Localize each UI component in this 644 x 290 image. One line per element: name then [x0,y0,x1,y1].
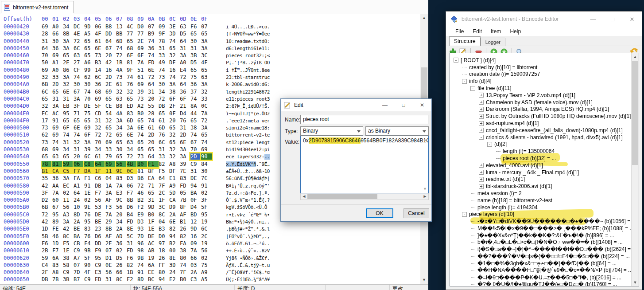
hex-byte-cell[interactable]: DD [95,240,105,247]
hex-byte-cell[interactable]: 6F [180,96,190,102]
hex-byte-cell[interactable]: A3 [63,212,74,218]
hex-byte-cell[interactable]: 39 [84,146,95,153]
hex-file-tab[interactable]: bittorrent-v2-test.torrent [1,1,74,13]
hex-byte-cell[interactable]: 3C [201,52,212,59]
hex-byte-cell[interactable]: 38 [190,125,201,131]
hex-byte-cell[interactable]: 96 [137,240,148,247]
ascii-char-cell[interactable]: a [256,118,259,124]
expand-icon[interactable]: + [479,170,484,175]
hex-byte-cell[interactable]: 9F [127,67,137,73]
hex-byte-cell[interactable]: 44 [190,110,201,117]
hex-byte-cell[interactable]: B0 [137,161,148,167]
hex-byte-cell[interactable]: 63 [127,139,137,145]
hex-byte-cell[interactable]: 65 [148,190,159,196]
hex-byte-cell[interactable]: BA [190,190,201,196]
ascii-char-cell[interactable]: , [267,234,270,239]
hex-byte-cell[interactable]: 72 [159,96,169,102]
hex-byte-cell[interactable]: 1F [148,219,159,225]
hex-byte-cell[interactable]: 30 [190,38,201,44]
hex-byte-cell[interactable]: F5 [63,240,74,247]
hex-byte-cell[interactable]: 65 [201,31,212,37]
hex-byte-cell[interactable]: 31 [180,45,190,51]
hex-byte-cell[interactable]: B7 [74,276,84,282]
ascii-char-cell[interactable]: l [267,226,270,232]
tree-row[interactable]: �=l�9□����P�K�Ա.=z���5□�"f�, (b)[2016] =… [451,274,631,281]
hex-byte-cell[interactable]: 7D [74,269,84,275]
hex-byte-cell[interactable]: 34 [116,219,127,225]
hex-byte-cell[interactable]: 61 [95,38,105,44]
hex-byte-cell[interactable]: C9 [74,247,84,254]
ascii-char-cell[interactable]: • [267,212,270,218]
close-button[interactable]: ✕ [413,99,431,111]
hex-byte-cell[interactable]: A8 [169,161,180,167]
hex-byte-cell[interactable]: 30 [52,38,63,44]
hex-byte-cell[interactable]: 69 [95,96,105,102]
hex-byte-cell[interactable]: 64 [95,161,105,167]
expand-icon[interactable]: + [479,121,484,126]
hex-byte-cell[interactable]: 0F [169,110,180,117]
hex-byte-cell[interactable]: 20 [74,153,84,160]
hex-byte-cell[interactable]: 69 [105,89,116,95]
hex-byte-cell[interactable]: 07 [74,262,84,268]
tree-row[interactable]: +asd-rupture.mp4 (d)[1] [451,120,631,127]
hex-byte-cell[interactable]: 64 [148,81,159,87]
hex-byte-cell[interactable]: 36 [190,81,201,87]
hex-byte-cell[interactable]: 56 [116,161,127,167]
hex-byte-cell[interactable]: 7B [52,276,63,282]
ascii-char-cell[interactable]: _ [267,204,270,210]
hex-byte-cell[interactable]: 71 [148,183,159,189]
hex-byte-cell[interactable]: ED [95,276,105,282]
hex-byte-cell[interactable]: DF [169,59,180,66]
hex-byte-cell[interactable]: F3 [105,204,116,210]
hex-byte-cell[interactable]: 07 [201,24,212,30]
hex-byte-cell[interactable]: B2 [137,197,148,203]
hex-byte-cell[interactable]: A1 [52,59,63,66]
hex-byte-cell[interactable]: 66 [190,255,201,261]
hex-byte-cell[interactable]: 0C [201,103,212,109]
hex-byte-cell[interactable]: 3A [127,125,137,131]
hex-byte-cell[interactable]: 0C [127,168,137,174]
hex-byte-cell[interactable]: 2B [42,247,52,254]
hex-byte-cell[interactable]: 69 [201,146,212,153]
hex-byte-cell[interactable]: 83 [180,175,190,181]
hex-byte-cell[interactable]: 79 [105,153,116,160]
hex-byte-cell[interactable]: 63 [52,153,63,160]
hex-byte-cell[interactable]: 72 [74,38,84,44]
hex-byte-cell[interactable]: A8 [52,269,63,275]
ascii-char-cell[interactable]: < [267,53,270,59]
tab-structure[interactable]: Structure [449,36,481,46]
hex-byte-cell[interactable]: 8D [74,212,84,218]
hex-byte-cell[interactable]: 07 [148,24,159,30]
hex-byte-cell[interactable]: 09 [190,240,201,247]
ascii-char-cell[interactable]: | [267,176,270,181]
hex-byte-cell[interactable]: F9 [95,247,105,254]
hex-byte-cell[interactable]: F1 [84,175,95,181]
hex-byte-cell[interactable]: 83 [127,110,137,117]
hex-byte-cell[interactable]: C9 [190,161,201,167]
hex-byte-cell[interactable]: 12 [190,219,201,225]
hex-byte-cell[interactable]: EB [63,103,74,109]
hex-byte-cell[interactable]: 37 [190,89,201,95]
hex-byte-cell[interactable]: 23 [95,226,105,232]
hex-byte-cell[interactable]: 6D [159,125,169,131]
hex-byte-cell[interactable]: 64 [42,45,52,51]
collapse-icon[interactable]: - [479,135,484,140]
hex-byte-cell[interactable]: 65 [159,110,169,117]
hex-byte-cell[interactable]: 56 [116,204,127,210]
hex-byte-cell[interactable]: 65 [63,52,74,59]
hex-byte-cell[interactable]: 02 [84,197,95,203]
hex-byte-cell[interactable]: 09 [159,24,169,30]
hex-byte-cell[interactable]: 36 [52,45,63,51]
hex-byte-cell[interactable]: 7A [137,59,148,66]
hex-byte-cell[interactable]: 74 [148,118,159,124]
hex-byte-cell[interactable]: F7 [74,168,84,174]
hex-byte-cell[interactable]: 21 [180,103,190,109]
tree-row[interactable]: -�x�Y□�diVK��9U������□�♠����~ (b)[1056] … [451,218,631,225]
hex-byte-cell[interactable]: 9B [137,255,148,261]
hex-byte-cell[interactable]: 6F [63,125,74,131]
hex-byte-cell[interactable]: 66 [52,31,63,37]
hex-byte-cell[interactable]: 82 [169,226,180,232]
expand-icon[interactable]: + [479,163,484,168]
hex-byte-cell[interactable]: 64 [180,38,190,44]
hex-byte-cell[interactable]: 39 [180,161,190,167]
